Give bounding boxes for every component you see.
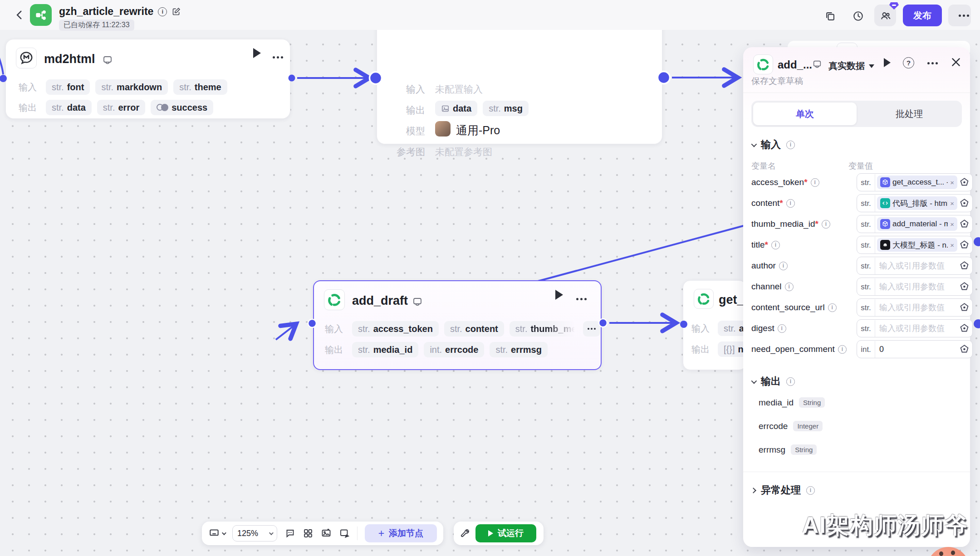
reference-selector-icon[interactable] (959, 239, 970, 251)
param-row: title* str. 大模型_标题 - n...× (751, 236, 965, 257)
param-tag: str.markdown (95, 79, 168, 95)
info-icon[interactable] (806, 486, 815, 495)
info-icon[interactable] (778, 324, 786, 333)
play-icon (488, 530, 493, 536)
reference-chip[interactable]: get_access_t... -× (877, 176, 957, 189)
copy-workflow-icon[interactable] (824, 10, 836, 22)
param-row: access_token* str. get_access_t... -× (751, 173, 965, 194)
param-tag: str.theme (173, 79, 227, 95)
reference-selector-icon[interactable] (959, 198, 970, 209)
type-label: str. (857, 216, 875, 233)
remove-reference-icon[interactable]: × (950, 241, 954, 249)
node-menu-icon[interactable] (576, 298, 578, 300)
output-section-header[interactable]: 输出 (751, 375, 795, 388)
param-value-field[interactable]: str. 输入或引用参数值 (857, 319, 973, 337)
remove-reference-icon[interactable]: × (950, 179, 954, 186)
help-icon[interactable]: ? (903, 57, 914, 68)
param-value-field[interactable]: int. 0 (857, 340, 973, 358)
output-label: 输出 (691, 343, 712, 356)
remove-reference-icon[interactable]: × (950, 220, 954, 228)
tab-single[interactable]: 单次 (753, 102, 857, 125)
param-row: thumb_media_id* str. add_material - m..× (751, 215, 965, 236)
param-value-field[interactable]: str. 输入或引用参数值 (857, 257, 973, 275)
node-image-gen[interactable]: 输入 未配置输入 输出 data str.msg 模型 通用-Pro 参考图 未… (377, 18, 662, 144)
value-text: 0 (875, 345, 884, 354)
param-value-field[interactable]: str. 代码_排版 - html× (857, 194, 973, 212)
divider (743, 472, 970, 472)
reference-selector-icon[interactable] (959, 344, 970, 355)
node-md2html[interactable]: md2html 输入 str.font str.markdown str.the… (5, 39, 290, 119)
test-run-button[interactable]: 试运行 (475, 524, 536, 542)
param-value-field[interactable]: str. 输入或引用参数值 (857, 278, 973, 296)
md2html-node-icon (16, 48, 37, 68)
reference-chip[interactable]: 代码_排版 - html× (877, 196, 957, 210)
history-icon[interactable] (852, 10, 864, 22)
zoom-level-value: 125% (237, 529, 258, 538)
info-icon[interactable] (828, 303, 837, 312)
info-icon[interactable] (158, 7, 167, 16)
data-mode-dropdown[interactable]: 真实数据 (828, 60, 874, 72)
param-tag: str.error (97, 100, 145, 115)
node-title: md2html (44, 52, 95, 66)
reference-selector-icon[interactable] (959, 177, 970, 188)
output-item: errcodeInteger (759, 421, 823, 431)
reference-selector-icon[interactable] (959, 219, 970, 230)
zoom-level-dropdown[interactable]: 125% (232, 525, 277, 541)
canvas-toolbar: 125% + 添加节点 (202, 522, 443, 545)
reference-selector-icon[interactable] (959, 323, 970, 334)
remove-reference-icon[interactable]: × (950, 200, 954, 207)
reference-selector-icon[interactable] (959, 281, 970, 293)
info-icon[interactable] (786, 141, 795, 149)
run-node-icon[interactable] (555, 290, 563, 300)
collaboration-button[interactable] (874, 5, 896, 26)
value-placeholder: 输入或引用参数值 (875, 281, 945, 292)
node-title: add_draft (352, 294, 408, 308)
comment-icon[interactable] (284, 528, 295, 539)
node-get[interactable]: get_ 输入 str.a 输出 [{}]n (683, 280, 746, 370)
type-label: str. (857, 299, 875, 316)
node-add-draft[interactable]: add_draft 输入 str.access_token str.conten… (313, 280, 602, 370)
reference-image-label: 参考图 (397, 146, 425, 158)
tab-batch[interactable]: 批处理 (858, 102, 960, 125)
panel-run-icon[interactable] (884, 58, 891, 67)
reference-selector-icon[interactable] (959, 302, 970, 313)
input-section-header[interactable]: 输入 (751, 138, 795, 151)
param-row: channel str. 输入或引用参数值 (751, 278, 965, 298)
back-button[interactable] (14, 9, 25, 21)
debug-wrench-icon[interactable] (459, 528, 470, 539)
info-icon[interactable] (822, 220, 830, 229)
exception-section-header[interactable]: 异常处理 (751, 483, 815, 497)
info-icon[interactable] (811, 178, 819, 187)
export-image-icon[interactable] (321, 528, 332, 539)
param-value-field[interactable]: str. get_access_t... -× (857, 173, 973, 191)
more-params-icon[interactable] (583, 321, 600, 337)
layout-grid-icon[interactable] (303, 528, 314, 539)
close-icon[interactable] (950, 56, 962, 68)
param-tag-truncated: str.thumb_me (510, 321, 578, 337)
info-icon[interactable] (838, 345, 847, 354)
param-value-field[interactable]: str. add_material - m..× (857, 215, 973, 233)
run-node-icon[interactable] (253, 48, 261, 58)
node-menu-icon[interactable] (273, 56, 275, 59)
panel-menu-icon[interactable] (927, 62, 930, 64)
info-icon[interactable] (779, 262, 788, 270)
param-value-field[interactable]: str. 大模型_标题 - n...× (857, 236, 973, 254)
param-value-field[interactable]: str. 输入或引用参数值 (857, 298, 973, 317)
input-empty-text: 未配置输入 (435, 83, 483, 96)
publish-button[interactable]: 发布 (903, 5, 942, 26)
info-icon[interactable] (771, 241, 780, 249)
add-node-button[interactable]: + 添加节点 (365, 524, 437, 542)
reference-chip[interactable]: add_material - m..× (877, 217, 957, 231)
header-more-button[interactable] (948, 5, 971, 26)
frame-select-icon[interactable] (339, 528, 350, 539)
type-badge: Integer (793, 421, 823, 431)
display-mode-icon[interactable] (208, 527, 225, 539)
info-icon[interactable] (786, 377, 795, 386)
reference-selector-icon[interactable] (959, 260, 970, 272)
info-icon[interactable] (785, 283, 794, 291)
info-icon[interactable] (786, 199, 795, 208)
type-label: int. (857, 341, 875, 358)
type-label: str. (857, 278, 875, 295)
reference-chip[interactable]: 大模型_标题 - n...× (877, 238, 957, 252)
edit-title-icon[interactable] (172, 7, 181, 16)
